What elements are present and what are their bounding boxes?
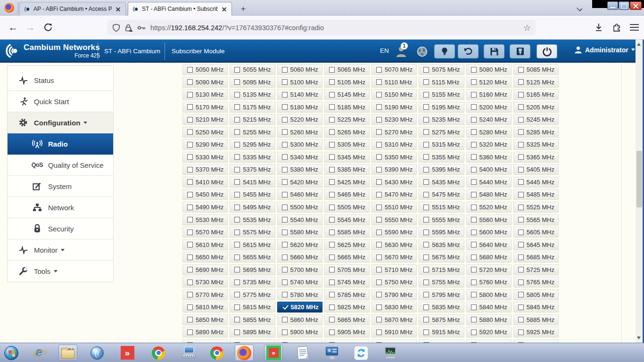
frequency-option[interactable]: 5060 MHz [277,64,322,75]
frequency-option[interactable]: 5690 MHz [182,264,228,275]
frequency-option[interactable]: 5545 MHz [324,214,370,225]
frequency-option[interactable]: 5890 MHz [182,327,228,337]
frequency-option[interactable]: 5430 MHz [372,177,417,188]
frequency-option[interactable]: 5625 MHz [324,239,370,250]
frequency-option[interactable]: 5525 MHz [513,202,559,213]
url-text[interactable]: https://192.168.254.242/?v=1767439303767… [150,24,520,32]
close-icon[interactable] [115,6,122,13]
frequency-option[interactable]: 5210 MHz [182,114,228,125]
frequency-option[interactable]: 5150 MHz [372,89,417,100]
frequency-option[interactable]: 5470 MHz [372,189,417,200]
frequency-option[interactable]: 5340 MHz [277,152,322,163]
frequency-option[interactable]: 5570 MHz [182,227,228,238]
frequency-option[interactable]: 5195 MHz [419,102,464,113]
frequency-option[interactable]: 5680 MHz [466,252,512,263]
tab-subscriber-module[interactable]: ST - ABFi Cambium • Subscribe [128,2,232,16]
tab-access-point[interactable]: AP - ABFi Cambium • Access P [19,2,126,16]
extensions-puzzle-icon[interactable] [612,23,621,32]
frequency-option[interactable]: 5510 MHz [372,202,417,213]
frequency-option[interactable]: 5895 MHz [230,327,275,337]
frequency-option[interactable]: 5055 MHz [230,64,275,75]
frequency-option[interactable]: 5305 MHz [324,139,370,150]
frequency-option[interactable]: 5355 MHz [419,152,464,163]
tab-list-chevron-icon[interactable] [576,6,583,10]
scroll-down-arrow-icon[interactable] [637,337,641,339]
frequency-option[interactable]: 5595 MHz [419,227,464,238]
taskbar-remote-desktop[interactable] [179,345,198,361]
taskbar-anydesk[interactable]: » [118,345,137,361]
frequency-option[interactable]: 5790 MHz [372,289,417,300]
frequency-option[interactable]: 5540 MHz [277,214,322,225]
frequency-option[interactable]: 5090 MHz [182,77,228,88]
frequency-option[interactable]: 5505 MHz [324,202,370,213]
taskbar-firefox-active[interactable] [235,345,254,361]
frequency-option[interactable]: 5860 MHz [277,314,322,325]
scroll-up-arrow-icon[interactable] [637,43,641,46]
frequency-option[interactable]: 5275 MHz [419,127,464,138]
frequency-option[interactable]: 5865 MHz [324,314,370,325]
frequency-option[interactable]: 5425 MHz [324,177,370,188]
frequency-option[interactable]: 5585 MHz [324,227,370,238]
frequency-option[interactable]: 5235 MHz [419,114,464,125]
frequency-option[interactable]: 5270 MHz [372,127,417,138]
frequency-option[interactable]: 5605 MHz [513,227,559,238]
taskbar-chrome[interactable] [149,345,168,361]
frequency-option[interactable]: 5500 MHz [277,202,322,213]
frequency-option[interactable]: 5320 MHz [466,139,512,150]
frequency-option[interactable]: 5285 MHz [513,127,559,138]
frequency-option[interactable]: 5405 MHz [513,164,559,175]
frequency-option[interactable]: 5300 MHz [277,139,322,150]
frequency-option[interactable]: 5450 MHz [182,189,228,200]
frequency-option[interactable]: 5400 MHz [466,164,512,175]
frequency-option[interactable]: 5600 MHz [466,227,512,238]
frequency-option[interactable]: 5685 MHz [513,252,559,263]
frequency-option[interactable]: 5610 MHz [182,239,228,250]
frequency-option[interactable]: 5825 MHz [324,302,370,313]
start-button[interactable] [2,345,21,361]
taskbar-notepad[interactable] [293,345,312,361]
frequency-option[interactable]: 5145 MHz [324,89,370,100]
frequency-option[interactable]: 5750 MHz [372,277,417,288]
frequency-option[interactable]: 5775 MHz [230,289,275,300]
frequency-option[interactable]: 5395 MHz [419,164,464,175]
taskbar-internet-explorer[interactable]: e [30,345,49,361]
taskbar-task-manager[interactable] [381,345,400,361]
account-notifications[interactable]: 1 [395,45,407,59]
frequency-option[interactable]: 5200 MHz [466,102,512,113]
frequency-option[interactable]: 5575 MHz [230,227,275,238]
frequency-option[interactable]: 5380 MHz [277,164,322,175]
frequency-option[interactable]: 5225 MHz [324,114,370,125]
frequency-option[interactable]: 5655 MHz [230,252,275,263]
frequency-option[interactable]: 5445 MHz [513,177,559,188]
frequency-option[interactable]: 5375 MHz [230,164,275,175]
sidebar-item-system[interactable]: System [8,176,113,197]
frequency-option[interactable]: 5850 MHz [182,314,228,325]
frequency-option[interactable]: 5325 MHz [513,139,559,150]
frequency-option[interactable]: 5265 MHz [324,127,370,138]
frequency-option[interactable]: 5295 MHz [230,139,275,150]
frequency-option[interactable]: 5170 MHz [182,102,228,113]
frequency-option[interactable]: 5050 MHz [182,64,228,75]
frequency-option[interactable]: 5590 MHz [372,227,417,238]
frequency-option[interactable]: 5855 MHz [230,314,275,325]
frequency-option[interactable]: 5175 MHz [230,102,275,113]
frequency-option[interactable]: 5735 MHz [230,277,275,288]
frequency-option[interactable]: 5530 MHz [182,214,228,225]
frequency-option[interactable]: 5705 MHz [324,264,370,275]
taskbar-winbox[interactable] [88,345,107,361]
frequency-option[interactable]: 5795 MHz [419,289,464,300]
frequency-option[interactable]: 5740 MHz [277,277,322,288]
frequency-option[interactable]: 5085 MHz [513,64,559,75]
frequency-option[interactable]: 5460 MHz [277,189,322,200]
frequency-option[interactable]: 5180 MHz [277,102,322,113]
globe-icon[interactable] [417,46,428,57]
frequency-option[interactable]: 5415 MHz [230,177,275,188]
save-button[interactable] [484,44,504,58]
taskbar-chrome-2[interactable] [207,345,226,361]
frequency-option[interactable]: 5715 MHz [419,264,464,275]
frequency-option[interactable]: 5345 MHz [324,152,370,163]
frequency-option[interactable]: 5255 MHz [230,127,275,138]
forward-button[interactable]: → [24,21,37,33]
frequency-option[interactable]: 5560 MHz [466,214,512,225]
frequency-option[interactable]: 5315 MHz [419,139,464,150]
